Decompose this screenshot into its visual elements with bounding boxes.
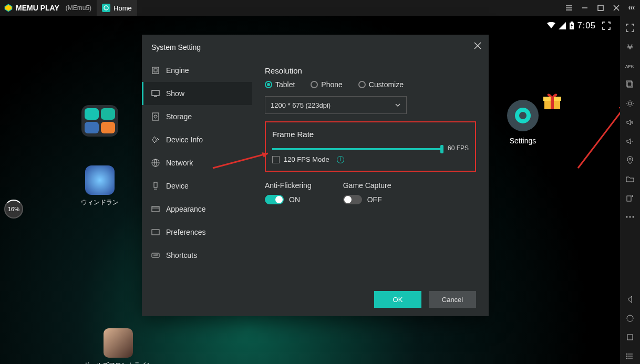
svg-rect-2 — [598, 5, 603, 11]
gamecapture-state: OFF — [367, 195, 382, 204]
antiflicker-toggle[interactable] — [265, 195, 284, 204]
folder-icon[interactable] — [622, 171, 638, 187]
framerate-slider[interactable]: 60 FPS — [272, 148, 442, 150]
nav-shortcuts[interactable]: Shortcuts — [142, 244, 252, 267]
fullscreen-icon[interactable] — [602, 22, 611, 30]
nav-appearance[interactable]: Appearance — [142, 197, 252, 221]
recents-icon[interactable] — [622, 329, 638, 345]
nav-preferences[interactable]: Preferences — [142, 221, 252, 244]
app-icon-settings[interactable]: Settings — [507, 100, 539, 145]
fps120-checkbox[interactable] — [272, 156, 280, 163]
svg-point-29 — [629, 216, 631, 218]
resolution-title: Resolution — [265, 66, 476, 75]
app-label: Settings — [510, 137, 536, 145]
svg-point-25 — [628, 102, 632, 105]
multi-window-icon[interactable] — [622, 77, 638, 92]
svg-point-1 — [104, 6, 108, 10]
svg-point-34 — [626, 356, 627, 357]
brand-text: MEMU PLAY — [16, 4, 59, 12]
memu-logo-icon — [4, 4, 13, 12]
svg-rect-15 — [152, 206, 159, 212]
svg-point-30 — [633, 216, 634, 218]
tab-home[interactable]: Home — [97, 0, 137, 16]
titlebar: MEMU PLAY (MEmu5) Home — [0, 0, 640, 16]
nav-network[interactable]: Network — [142, 151, 252, 174]
svg-line-20 — [578, 106, 625, 168]
cancel-button[interactable]: Cancel — [429, 291, 476, 308]
svg-marker-0 — [5, 4, 12, 11]
app-folder[interactable] — [81, 105, 118, 137]
resolution-select[interactable]: 1200 * 675 (223dpi) — [265, 96, 407, 114]
dialog-nav: Engine Show Storage Device Info Network … — [142, 57, 252, 288]
maximize-button[interactable] — [593, 0, 608, 16]
svg-text:APK: APK — [625, 64, 634, 69]
svg-rect-8 — [152, 67, 159, 74]
svg-rect-7 — [551, 97, 554, 109]
nav-storage[interactable]: Storage — [142, 105, 252, 128]
svg-rect-27 — [627, 196, 631, 201]
nav-engine[interactable]: Engine — [142, 59, 252, 82]
info-icon[interactable]: i — [337, 156, 344, 163]
signal-icon — [559, 22, 566, 29]
fps120-label: 120 FPS Mode — [284, 155, 329, 163]
gamecapture-toggle[interactable] — [343, 195, 362, 204]
back-icon[interactable] — [622, 292, 638, 307]
svg-rect-11 — [152, 113, 159, 120]
volume-up-icon[interactable] — [622, 115, 638, 130]
expand-panel-icon[interactable] — [624, 0, 640, 16]
more-icon[interactable] — [622, 209, 638, 225]
svg-point-12 — [154, 115, 157, 118]
clock: 7:05 — [577, 21, 596, 30]
svg-point-33 — [626, 353, 627, 355]
rotate-icon[interactable] — [622, 190, 638, 206]
settings-dialog: System Setting Engine Show Storage Devic… — [142, 35, 489, 316]
chevron-down-icon — [395, 102, 401, 108]
ok-button[interactable]: OK — [374, 291, 421, 308]
dialog-close-button[interactable] — [474, 42, 481, 51]
antiflicker-title: Anti-Flickering — [265, 181, 312, 190]
apk-icon[interactable]: APK — [622, 58, 638, 74]
nav-device[interactable]: Device — [142, 174, 252, 197]
svg-rect-10 — [152, 90, 159, 96]
list-icon[interactable] — [622, 348, 638, 364]
svg-point-28 — [626, 216, 628, 218]
wifi-icon — [547, 22, 555, 29]
svg-rect-4 — [571, 22, 573, 23]
location-icon[interactable] — [622, 152, 638, 168]
app-icon-dolls[interactable]: ドールズフロントライン — [76, 328, 160, 364]
radio-customize[interactable]: Customize — [358, 80, 404, 89]
gear-icon[interactable] — [622, 96, 638, 111]
svg-rect-9 — [154, 69, 157, 72]
gift-icon[interactable] — [541, 89, 563, 111]
svg-point-35 — [626, 358, 627, 359]
svg-point-26 — [629, 158, 631, 160]
gamecapture-title: Game Capture — [343, 181, 391, 190]
radio-tablet[interactable]: Tablet — [265, 80, 295, 89]
battery-icon — [569, 22, 574, 30]
download-progress[interactable]: 16% — [4, 200, 23, 219]
close-button[interactable] — [608, 0, 624, 16]
framerate-section: Frame Rate 60 FPS 120 FPS Mode i — [265, 121, 476, 172]
svg-rect-16 — [152, 230, 159, 235]
volume-down-icon[interactable] — [622, 133, 638, 149]
emulator-screen: 7:05 ウィンドラン ドールズフロントライン 16% Settings Sys… — [0, 16, 620, 364]
home-icon — [102, 4, 110, 12]
minimize-button[interactable] — [577, 0, 593, 16]
home-nav-icon[interactable] — [622, 310, 638, 326]
fullscreen-icon[interactable] — [622, 20, 638, 36]
nav-device-info[interactable]: Device Info — [142, 128, 252, 151]
framerate-title: Frame Rate — [272, 130, 469, 139]
app-icon-windrun[interactable]: ウィンドラン — [76, 165, 123, 207]
nav-show[interactable]: Show — [142, 82, 252, 105]
keymap-icon[interactable] — [622, 39, 638, 55]
framerate-value: 60 FPS — [448, 144, 469, 152]
radio-phone[interactable]: Phone — [311, 80, 342, 89]
app-label: ドールズフロントライン — [84, 361, 153, 364]
svg-rect-14 — [154, 182, 157, 188]
app-label: ウィンドラン — [81, 199, 119, 206]
menu-icon[interactable] — [561, 0, 577, 16]
svg-rect-32 — [627, 335, 633, 340]
instance-label: (MEmu5) — [66, 4, 91, 12]
slider-thumb[interactable] — [440, 145, 443, 153]
sidebar-right: APK — [620, 16, 640, 364]
